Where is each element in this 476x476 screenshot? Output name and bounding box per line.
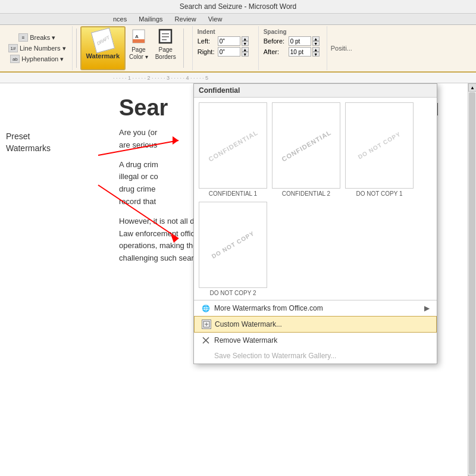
position-label: Positi... <box>331 45 352 52</box>
indent-right-down[interactable]: ▼ <box>242 52 249 57</box>
spacing-label: Spacing <box>264 29 320 35</box>
more-icon: 🌐 <box>201 303 211 313</box>
spacing-before-input[interactable] <box>289 36 311 46</box>
watermark-icon: DRAFT <box>91 27 115 53</box>
spacing-before-row: Before: ▲ ▼ <box>264 36 320 46</box>
wm-preview-dnc1: DO NOT COPY <box>345 102 414 189</box>
wm-text-conf2: CONFIDENTIAL <box>280 129 332 162</box>
title-bar: Search and Seizure - Microsoft Word <box>0 0 476 14</box>
indent-right-up[interactable]: ▲ <box>242 47 249 52</box>
indent-group: Indent Left: ▲ ▼ Right: ▲ ▼ <box>192 26 253 70</box>
page-setup-group: ≡ Breaks ▾ 1# Line Numbers ▾ ab Hyphenat… <box>2 26 73 70</box>
svg-rect-4 <box>162 33 169 35</box>
wm-label-dnc1: DO NOT COPY 1 <box>356 190 403 197</box>
page-borders-icon <box>157 27 174 45</box>
tab-view[interactable]: View <box>202 14 228 24</box>
para1-start: Are you (or <box>119 128 157 137</box>
wm-item-donotcopy1[interactable]: DO NOT COPY DO NOT COPY 1 <box>345 102 414 197</box>
spacing-before-label: Before: <box>264 37 286 45</box>
wm-label-conf2: CONFIDENTIAL 2 <box>282 190 330 197</box>
para2-line3-start: drug crime <box>119 184 155 193</box>
custom-icon <box>202 320 211 329</box>
hyphenation-button[interactable]: ab Hyphenation ▾ <box>10 55 64 63</box>
remove-icon <box>201 336 211 345</box>
svg-rect-6 <box>162 39 167 40</box>
spacing-after-row: After: ▲ ▼ <box>264 47 320 57</box>
tab-nces[interactable]: nces <box>107 14 133 24</box>
indent-right-input[interactable] <box>218 47 240 57</box>
scroll-thumb[interactable] <box>469 92 475 474</box>
wm-item-confidential1[interactable]: CONFIDENTIAL CONFIDENTIAL 1 <box>199 102 267 197</box>
svg-text:A: A <box>135 34 139 39</box>
wm-label-dnc2: DO NOT COPY 2 <box>210 290 256 296</box>
svg-rect-1 <box>133 39 145 43</box>
watermark-dropdown-panel: Confidential CONFIDENTIAL CONFIDENTIAL 1… <box>193 83 437 364</box>
wm-preview-conf2: CONFIDENTIAL <box>272 102 340 189</box>
arrow-right-icon: ▶ <box>424 304 430 312</box>
position-group: Positi... <box>327 26 356 70</box>
indent-label: Indent <box>198 29 249 35</box>
wm-preview-dnc2: DO NOT COPY <box>199 202 267 288</box>
indent-left-input[interactable] <box>218 36 240 46</box>
menu-item-more[interactable]: 🌐 More Watermarks from Office.com ▶ <box>194 300 437 316</box>
page-color-button[interactable]: A PageColor ▾ <box>126 26 152 70</box>
menu-item-save: Save Selection to Watermark Gallery... <box>194 348 437 364</box>
line-numbers-icon: 1# <box>8 44 18 52</box>
wm-panel-header: Confidential <box>194 84 437 98</box>
spacing-before-up[interactable]: ▲ <box>312 36 320 41</box>
scroll-up[interactable]: ▲ <box>468 83 476 92</box>
wm-text-conf1: CONFIDENTIAL <box>207 129 259 162</box>
menu-item-custom[interactable]: Custom Watermark... <box>194 316 437 333</box>
document-content: Confidential CONFIDENTIAL CONFIDENTIAL 1… <box>101 83 476 476</box>
menu-item-remove[interactable]: Remove Watermark <box>194 333 437 348</box>
para2-line1-start: A drug crim <box>119 160 158 169</box>
wm-text-dnc1: DO NOT COPY <box>357 130 402 160</box>
wm-menu-items: 🌐 More Watermarks from Office.com ▶ Cust… <box>194 300 437 364</box>
tab-review[interactable]: Review <box>169 14 202 24</box>
spacing-after-spin[interactable]: ▲ ▼ <box>289 47 320 57</box>
spacing-after-down[interactable]: ▼ <box>312 52 320 57</box>
wm-grid-row2: DO NOT COPY DO NOT COPY 2 <box>194 202 437 300</box>
indent-right-label: Right: <box>198 48 215 55</box>
divider-2 <box>183 29 184 68</box>
para1-line2: are serious <box>119 140 157 149</box>
spacing-before-down[interactable]: ▼ <box>312 41 320 46</box>
wm-item-donotcopy2[interactable]: DO NOT COPY DO NOT COPY 2 <box>199 202 267 296</box>
wm-item-confidential2[interactable]: CONFIDENTIAL CONFIDENTIAL 2 <box>272 102 340 197</box>
tab-mailings[interactable]: Mailings <box>133 14 168 24</box>
spacing-after-label: After: <box>264 48 286 55</box>
svg-rect-5 <box>162 36 169 37</box>
wm-grid-row1: CONFIDENTIAL CONFIDENTIAL 1 CONFIDENTIAL… <box>194 98 437 202</box>
indent-left-spin[interactable]: ▲ ▼ <box>218 36 249 46</box>
page-borders-button[interactable]: PageBorders <box>152 26 180 70</box>
main-area: Preset Watermarks Confidential CONFIDENT… <box>0 83 476 476</box>
indent-right-spin[interactable]: ▲ ▼ <box>218 47 249 57</box>
spacing-after-up[interactable]: ▲ <box>312 47 320 52</box>
indent-left-up[interactable]: ▲ <box>242 36 249 41</box>
spacing-before-spin[interactable]: ▲ ▼ <box>289 36 320 46</box>
breaks-icon: ≡ <box>18 33 28 42</box>
breaks-group: ≡ Breaks ▾ 1# Line Numbers ▾ ab Hyphenat… <box>5 33 70 63</box>
ribbon-nav: nces Mailings Review View <box>0 14 476 25</box>
indent-right-row: Right: ▲ ▼ <box>198 47 249 57</box>
indent-left-down[interactable]: ▼ <box>242 41 249 46</box>
heading-start: Sear <box>119 95 168 121</box>
spacing-group: Spacing Before: ▲ ▼ After: ▲ ▼ <box>258 26 324 70</box>
wm-preview-conf1: CONFIDENTIAL <box>199 102 267 189</box>
left-annotation-area: Preset Watermarks <box>0 83 101 476</box>
watermark-button[interactable]: DRAFT Watermark <box>80 26 126 70</box>
line-numbers-button[interactable]: 1# Line Numbers ▾ <box>8 44 66 52</box>
spacing-after-input[interactable] <box>289 47 311 57</box>
indent-left-row: Left: ▲ ▼ <box>198 36 249 46</box>
page-color-icon: A <box>130 27 147 45</box>
scrollbar[interactable]: ▲ ▼ <box>468 83 476 476</box>
wm-text-dnc2: DO NOT COPY <box>211 230 256 259</box>
indent-left-label: Left: <box>198 37 215 45</box>
para2-line2-start: illegal or co <box>119 172 158 181</box>
hyphenation-icon: ab <box>10 55 20 63</box>
preset-watermarks-label: Preset Watermarks <box>6 131 51 154</box>
title-text: Search and Seizure - Microsoft Word <box>180 2 297 11</box>
ribbon: ≡ Breaks ▾ 1# Line Numbers ▾ ab Hyphenat… <box>0 25 476 73</box>
breaks-button[interactable]: ≡ Breaks ▾ <box>18 33 55 42</box>
save-icon <box>201 351 211 361</box>
